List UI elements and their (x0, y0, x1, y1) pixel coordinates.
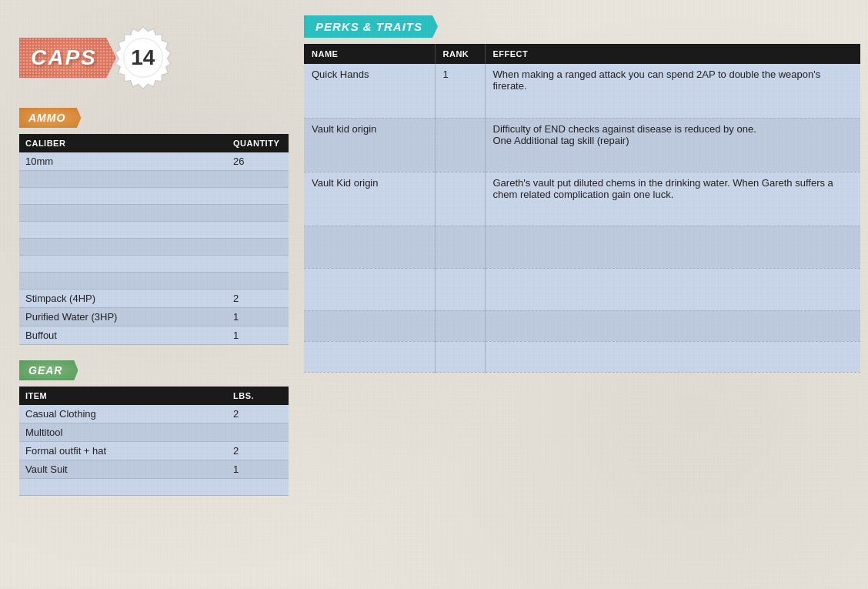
ammo-row (19, 273, 289, 289)
ammo-col-quantity: QUANTITY (227, 134, 289, 152)
ammo-col-caliber: CALIBER (19, 134, 227, 152)
ammo-row: Stimpack (4HP)2 (19, 289, 289, 308)
ammo-quantity (227, 256, 289, 273)
perks-row (304, 268, 860, 310)
ammo-quantity: 1 (227, 308, 289, 326)
gear-item: Formal outfit + hat (19, 442, 227, 460)
right-panel: PERKS & TRAITS NAME RANK EFFECT Quick Ha… (304, 15, 860, 585)
ammo-quantity (227, 222, 289, 239)
perk-name: Quick Hands (304, 64, 435, 118)
perks-row: Quick Hands1When making a ranged attack … (304, 64, 860, 118)
ammo-table: CALIBER QUANTITY 10mm26Stimpack (4HP)2Pu… (19, 134, 289, 345)
perk-name: Vault kid origin (304, 118, 435, 172)
ammo-caliber (19, 239, 227, 256)
perk-effect (485, 310, 860, 341)
ammo-row (19, 188, 289, 205)
perks-col-name: NAME (304, 44, 435, 64)
gear-item: Multitool (19, 423, 227, 442)
perk-effect (485, 341, 860, 372)
gear-row: Formal outfit + hat2 (19, 442, 289, 460)
perks-row (304, 226, 860, 268)
perk-effect: Difficulty of END checks against disease… (485, 118, 860, 172)
gear-col-item: ITEM (19, 387, 227, 405)
perk-name (304, 310, 435, 341)
ammo-row (19, 171, 289, 188)
perks-col-rank: RANK (435, 44, 485, 64)
perk-effect (485, 226, 860, 268)
perk-name (304, 226, 435, 268)
gear-item (19, 479, 227, 496)
perk-effect: When making a ranged attack you can spen… (485, 64, 860, 118)
gear-lbs (227, 423, 289, 442)
gear-lbs: 1 (227, 460, 289, 479)
ammo-caliber: Buffout (19, 326, 227, 345)
perk-rank (435, 172, 485, 226)
ammo-quantity (227, 239, 289, 256)
perks-row: Vault kid originDifficulty of END checks… (304, 118, 860, 172)
ammo-row (19, 256, 289, 273)
perk-rank (435, 268, 485, 310)
ammo-quantity (227, 188, 289, 205)
gear-lbs (227, 479, 289, 496)
perk-name: Vault Kid origin (304, 172, 435, 226)
caps-section: CAPS 14 (19, 23, 289, 92)
caps-banner: CAPS (19, 38, 116, 78)
ammo-row (19, 222, 289, 239)
gear-col-lbs: LBS. (227, 387, 289, 405)
ammo-caliber: Stimpack (4HP) (19, 289, 227, 308)
perks-table: NAME RANK EFFECT Quick Hands1When making… (304, 44, 860, 373)
gear-lbs: 2 (227, 405, 289, 423)
gear-row: Casual Clothing2 (19, 405, 289, 423)
perk-name (304, 268, 435, 310)
ammo-row: 10mm26 (19, 152, 289, 171)
gear-row (19, 479, 289, 496)
ammo-quantity: 1 (227, 326, 289, 345)
gear-item: Vault Suit (19, 460, 227, 479)
perks-title-bg: PERKS & TRAITS (304, 15, 438, 38)
caps-value: 14 (131, 45, 155, 70)
perk-rank (435, 226, 485, 268)
gear-lbs: 2 (227, 442, 289, 460)
ammo-caliber (19, 205, 227, 222)
ammo-caliber: Purified Water (3HP) (19, 308, 227, 326)
ammo-quantity (227, 171, 289, 188)
ammo-quantity (227, 205, 289, 222)
ammo-caliber: 10mm (19, 152, 227, 171)
perks-title-bar: PERKS & TRAITS (304, 15, 860, 38)
perks-title: PERKS & TRAITS (315, 20, 422, 33)
perks-row: Vault Kid originGareth's vault put dilut… (304, 172, 860, 226)
ammo-row: Buffout1 (19, 326, 289, 345)
perks-col-effect: EFFECT (485, 44, 860, 64)
perks-row (304, 341, 860, 372)
ammo-section: AMMO CALIBER QUANTITY 10mm26Stimpack (4H… (19, 108, 289, 345)
perks-row (304, 310, 860, 341)
ammo-quantity: 2 (227, 289, 289, 308)
ammo-quantity (227, 273, 289, 289)
perk-effect (485, 268, 860, 310)
ammo-caliber (19, 256, 227, 273)
perk-rank (435, 310, 485, 341)
ammo-caliber (19, 273, 227, 289)
ammo-row: Purified Water (3HP)1 (19, 308, 289, 326)
perk-effect: Gareth's vault put diluted chems in the … (485, 172, 860, 226)
ammo-caliber (19, 222, 227, 239)
caps-cog: 14 (108, 23, 178, 92)
perk-rank (435, 341, 485, 372)
gear-label: GEAR (19, 360, 78, 380)
gear-row: Vault Suit1 (19, 460, 289, 479)
perk-name (304, 341, 435, 372)
caps-title: CAPS (31, 45, 97, 69)
ammo-label: AMMO (19, 108, 81, 128)
left-panel: CAPS 14 AMMO CALIBER QUANTITY 10mm26Stim… (0, 0, 304, 589)
gear-table: ITEM LBS. Casual Clothing2MultitoolForma… (19, 387, 289, 496)
ammo-caliber (19, 188, 227, 205)
ammo-row (19, 239, 289, 256)
ammo-quantity: 26 (227, 152, 289, 171)
perk-rank (435, 118, 485, 172)
ammo-caliber (19, 171, 227, 188)
gear-item: Casual Clothing (19, 405, 227, 423)
gear-section: GEAR ITEM LBS. Casual Clothing2Multitool… (19, 360, 289, 496)
ammo-row (19, 205, 289, 222)
gear-row: Multitool (19, 423, 289, 442)
perk-rank: 1 (435, 64, 485, 118)
